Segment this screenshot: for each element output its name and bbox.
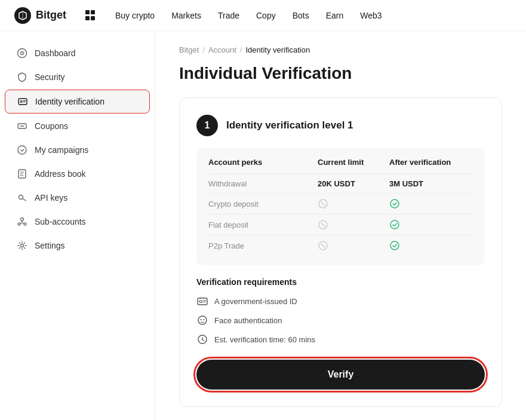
face-icon — [196, 314, 208, 326]
nav-markets[interactable]: Markets — [171, 11, 201, 20]
sidebar: Dashboard Security Identity verification… — [0, 31, 155, 420]
check-icon-p2p — [389, 240, 473, 251]
svg-point-12 — [21, 244, 24, 247]
req-text-face: Face authentication — [214, 316, 282, 325]
clock-icon — [196, 333, 208, 345]
req-text-time: Est. verification time: 60 mins — [214, 335, 315, 344]
breadcrumb-bitget[interactable]: Bitget — [179, 45, 199, 54]
sidebar-item-dashboard[interactable]: Dashboard — [5, 42, 150, 65]
nav-web3[interactable]: Web3 — [360, 11, 382, 20]
sidebar-item-address-book[interactable]: Address book — [5, 163, 150, 185]
breadcrumb-current: Identity verification — [245, 45, 310, 54]
svg-rect-22 — [198, 298, 207, 305]
sidebar-item-identity-verification[interactable]: Identity verification — [5, 90, 150, 114]
svg-point-18 — [390, 220, 399, 229]
main-content: Bitget / Account / Identity verification… — [155, 31, 526, 420]
blocked-icon-p2p — [318, 240, 389, 251]
sidebar-label-sub-accounts: Sub-accounts — [35, 217, 86, 226]
page-title: Individual Verification — [179, 64, 502, 83]
logo[interactable]: Bitget — [14, 7, 66, 24]
verify-button[interactable]: Verify — [196, 360, 485, 390]
req-item-id: A government-issued ID — [196, 295, 485, 307]
breadcrumb: Bitget / Account / Identity verification — [179, 45, 502, 54]
identity-icon — [17, 96, 28, 107]
nav-buy-crypto[interactable]: Buy crypto — [115, 11, 155, 20]
nav-copy[interactable]: Copy — [256, 11, 276, 20]
svg-point-24 — [198, 316, 207, 324]
requirements-title: Verification requirements — [196, 277, 485, 287]
sidebar-item-sub-accounts[interactable]: Sub-accounts — [5, 210, 150, 233]
svg-line-17 — [321, 223, 325, 227]
svg-point-1 — [18, 49, 27, 58]
svg-point-21 — [390, 241, 399, 250]
svg-point-11 — [24, 223, 26, 225]
level-badge: 1 — [196, 115, 218, 136]
svg-point-9 — [21, 218, 24, 221]
nav-links: Buy crypto Markets Trade Copy Bots Earn … — [115, 11, 382, 20]
nav-trade[interactable]: Trade — [218, 11, 239, 20]
logo-text: Bitget — [36, 9, 66, 22]
current-withdrawal: 20K USDT — [318, 179, 389, 188]
blocked-icon-crypto — [318, 198, 389, 209]
dashboard-icon — [17, 48, 27, 59]
sidebar-item-settings[interactable]: Settings — [5, 234, 150, 257]
req-text-id: A government-issued ID — [214, 297, 297, 306]
sidebar-item-api-keys[interactable]: API keys — [5, 186, 150, 209]
nav-earn[interactable]: Earn — [326, 11, 344, 20]
svg-line-20 — [321, 244, 325, 248]
table-row-p2p: P2p Trade — [208, 235, 473, 256]
level-title: Identity verification level 1 — [226, 119, 353, 131]
perk-p2p: P2p Trade — [208, 241, 318, 250]
sidebar-label-dashboard: Dashboard — [35, 48, 76, 58]
settings-icon — [17, 240, 27, 251]
breadcrumb-account[interactable]: Account — [208, 45, 236, 54]
svg-point-2 — [21, 52, 24, 55]
sidebar-item-coupons[interactable]: Coupons — [5, 115, 150, 137]
col-after: After verification — [389, 158, 473, 167]
id-icon — [196, 295, 208, 307]
grid-icon[interactable] — [85, 10, 96, 21]
sidebar-label-security: Security — [35, 72, 65, 82]
svg-point-15 — [390, 200, 399, 208]
api-keys-icon — [17, 192, 27, 203]
blocked-icon-fiat — [318, 219, 389, 230]
level-header: 1 Identity verification level 1 — [196, 115, 485, 136]
svg-point-26 — [204, 319, 205, 320]
nav-bots[interactable]: Bots — [293, 11, 309, 20]
svg-point-10 — [18, 223, 20, 225]
table-header: Account perks Current limit After verifi… — [208, 158, 473, 167]
table-row-fiat-deposit: Fiat deposit — [208, 214, 473, 235]
svg-point-23 — [199, 301, 202, 303]
perk-withdrawal: Withdrawal — [208, 179, 318, 188]
check-icon-crypto — [389, 198, 473, 209]
svg-rect-3 — [19, 99, 27, 105]
bitget-logo-icon — [14, 7, 31, 24]
sidebar-item-campaigns[interactable]: My campaigns — [5, 139, 150, 161]
table-row-crypto-deposit: Crypto deposit — [208, 193, 473, 214]
req-item-face: Face authentication — [196, 314, 485, 326]
sidebar-label-api-keys: API keys — [35, 193, 67, 203]
breadcrumb-sep-1: / — [202, 45, 205, 54]
perk-fiat-deposit: Fiat deposit — [208, 220, 318, 229]
requirements-section: Verification requirements A government-i… — [196, 277, 485, 345]
address-book-icon — [17, 168, 27, 179]
security-icon — [17, 72, 27, 82]
sidebar-label-identity: Identity verification — [35, 97, 104, 106]
sidebar-label-address-book: Address book — [35, 169, 86, 179]
sidebar-item-security[interactable]: Security — [5, 66, 150, 88]
svg-point-25 — [201, 319, 202, 320]
verification-card: 1 Identity verification level 1 Account … — [179, 97, 502, 407]
sidebar-label-campaigns: My campaigns — [35, 145, 88, 155]
perk-crypto-deposit: Crypto deposit — [208, 200, 318, 209]
campaigns-icon — [17, 145, 27, 155]
req-item-time: Est. verification time: 60 mins — [196, 333, 485, 345]
breadcrumb-sep-2: / — [240, 45, 242, 54]
sidebar-label-settings: Settings — [35, 241, 65, 250]
sidebar-label-coupons: Coupons — [35, 121, 68, 131]
sub-accounts-icon — [17, 216, 27, 227]
col-perks: Account perks — [208, 158, 318, 167]
svg-point-6 — [18, 146, 26, 154]
svg-point-4 — [20, 101, 22, 103]
after-withdrawal: 3M USDT — [389, 179, 473, 188]
main-layout: Dashboard Security Identity verification… — [0, 31, 526, 420]
